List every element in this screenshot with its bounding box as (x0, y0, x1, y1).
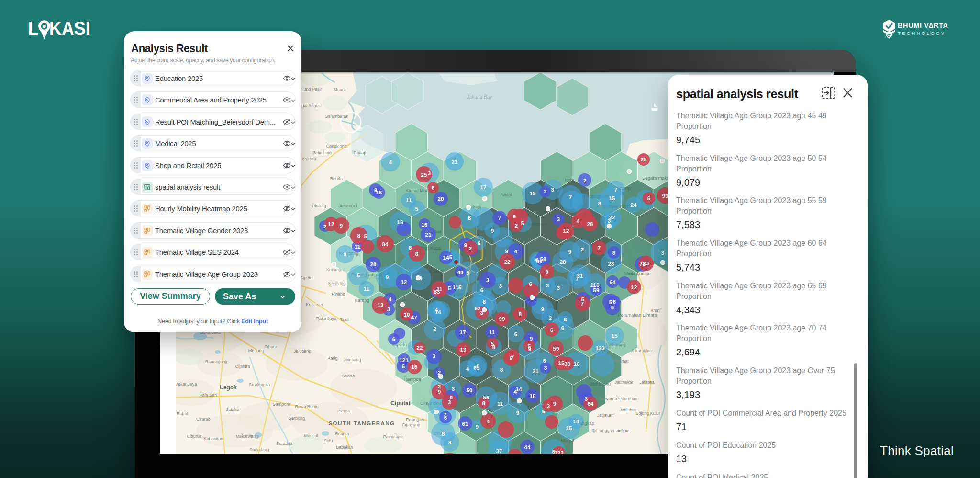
svg-text:Cihuni: Cihuni (264, 344, 277, 349)
svg-text:9: 9 (386, 274, 389, 280)
svg-text:14: 14 (435, 309, 441, 315)
svg-text:Cirarab: Cirarab (196, 417, 211, 421)
svg-text:Pamulang: Pamulang (383, 434, 403, 439)
svg-text:3: 3 (452, 386, 455, 392)
svg-text:Dangdang: Dangdang (249, 447, 269, 452)
svg-text:Jakamulya: Jakamulya (631, 348, 651, 353)
svg-text:6: 6 (480, 287, 483, 293)
svg-text:Pinang: Pinang (332, 292, 345, 296)
svg-text:9: 9 (505, 249, 508, 254)
svg-text:4: 4 (466, 366, 469, 372)
svg-text:Jombang: Jombang (343, 357, 361, 362)
svg-text:21: 21 (533, 368, 539, 374)
svg-text:Setu: Setu (324, 438, 333, 443)
svg-text:26: 26 (512, 453, 518, 454)
svg-text:39: 39 (565, 361, 571, 367)
svg-text:4: 4 (389, 296, 392, 302)
svg-text:4: 4 (577, 218, 580, 224)
svg-text:12: 12 (401, 279, 407, 285)
svg-text:7: 7 (576, 276, 579, 282)
svg-text:20: 20 (438, 196, 444, 202)
svg-text:3: 3 (499, 283, 502, 289)
svg-text:11: 11 (497, 401, 503, 407)
svg-text:83: 83 (434, 289, 440, 295)
svg-text:99: 99 (662, 193, 668, 199)
svg-text:Jatirahayu: Jatirahayu (590, 381, 611, 387)
svg-text:Koja: Koja (565, 177, 574, 182)
svg-text:3: 3 (557, 216, 560, 222)
svg-text:TECHNOLOGY: TECHNOLOGY (898, 31, 946, 36)
svg-text:22: 22 (504, 259, 511, 265)
svg-text:Babat: Babat (177, 411, 188, 416)
svg-text:on Cau: on Cau (302, 157, 316, 161)
svg-text:6: 6 (529, 281, 532, 287)
svg-text:Jelupang: Jelupang (294, 349, 312, 353)
svg-text:25: 25 (421, 172, 427, 178)
svg-text:21: 21 (452, 159, 458, 165)
svg-text:8: 8 (415, 251, 419, 257)
svg-text:2: 2 (323, 224, 326, 229)
svg-text:6: 6 (550, 327, 553, 333)
svg-text:13: 13 (378, 302, 384, 308)
svg-text:Jakarta Bay: Jakarta Bay (467, 94, 493, 100)
svg-text:5: 5 (357, 273, 360, 278)
svg-text:Kunciran: Kunciran (306, 302, 323, 307)
svg-text:Rancagong: Rancagong (205, 359, 227, 364)
svg-text:11: 11 (355, 244, 361, 250)
svg-text:7: 7 (598, 245, 601, 251)
svg-text:6: 6 (514, 331, 517, 337)
svg-text:L: L (28, 17, 38, 39)
svg-text:28: 28 (560, 259, 566, 265)
svg-text:16: 16 (422, 222, 428, 228)
svg-text:13: 13 (460, 347, 467, 353)
svg-text:Dadap: Dadap (354, 150, 367, 155)
svg-text:3: 3 (608, 218, 611, 224)
svg-text:Jatimurni: Jatimurni (597, 413, 615, 418)
svg-text:13: 13 (397, 219, 403, 225)
svg-text:9: 9 (344, 251, 346, 257)
svg-text:BHUMI V∆RTA: BHUMI V∆RTA (898, 22, 948, 29)
svg-text:njung Pasir: njung Pasir (300, 87, 322, 91)
svg-text:Kenanga: Kenanga (326, 267, 344, 272)
svg-text:Pisangan: Pisangan (406, 417, 424, 422)
svg-text:59: 59 (593, 287, 600, 293)
svg-text:Cicalengka: Cicalengka (249, 382, 270, 387)
svg-text:3: 3 (557, 285, 560, 291)
svg-text:8: 8 (357, 233, 361, 239)
svg-text:7: 7 (498, 215, 501, 221)
svg-text:8: 8 (409, 245, 412, 250)
svg-text:Pedurenan: Pedurenan (616, 397, 637, 401)
svg-text:Medansatria: Medansatria (624, 271, 650, 276)
svg-text:Benda: Benda (330, 176, 343, 181)
svg-text:Mekar Jaya: Mekar Jaya (176, 382, 197, 387)
svg-text:Serpong: Serpong (289, 416, 305, 421)
svg-text:KASI: KASI (49, 17, 90, 39)
svg-text:2: 2 (515, 223, 518, 228)
svg-text:5: 5 (448, 285, 451, 291)
svg-text:Jatake: Jatake (226, 407, 239, 412)
svg-text:3: 3 (551, 187, 554, 193)
svg-text:64: 64 (610, 279, 616, 285)
svg-text:Suradita: Suradita (276, 441, 292, 446)
svg-text:8: 8 (482, 400, 486, 406)
svg-text:6: 6 (564, 317, 567, 322)
svg-text:14: 14 (516, 387, 522, 392)
svg-text:21: 21 (425, 232, 432, 238)
svg-text:3: 3 (387, 307, 390, 312)
svg-text:11: 11 (406, 197, 412, 203)
svg-text:Babakan: Babakan (336, 445, 353, 450)
svg-text:Serua: Serua (338, 409, 350, 413)
svg-text:123: 123 (554, 450, 563, 454)
svg-text:3: 3 (486, 277, 489, 283)
svg-text:Rempoa: Rempoa (404, 376, 422, 382)
svg-text:9: 9 (516, 410, 519, 416)
svg-text:22: 22 (417, 345, 423, 351)
svg-text:2: 2 (434, 326, 436, 332)
svg-text:15: 15 (530, 191, 536, 196)
svg-text:8: 8 (442, 431, 445, 437)
svg-text:Mekarwangi: Mekarwangi (236, 434, 259, 439)
svg-text:7: 7 (444, 412, 446, 418)
svg-text:9: 9 (340, 223, 343, 228)
svg-text:23: 23 (608, 261, 614, 267)
svg-text:3: 3 (428, 171, 431, 176)
